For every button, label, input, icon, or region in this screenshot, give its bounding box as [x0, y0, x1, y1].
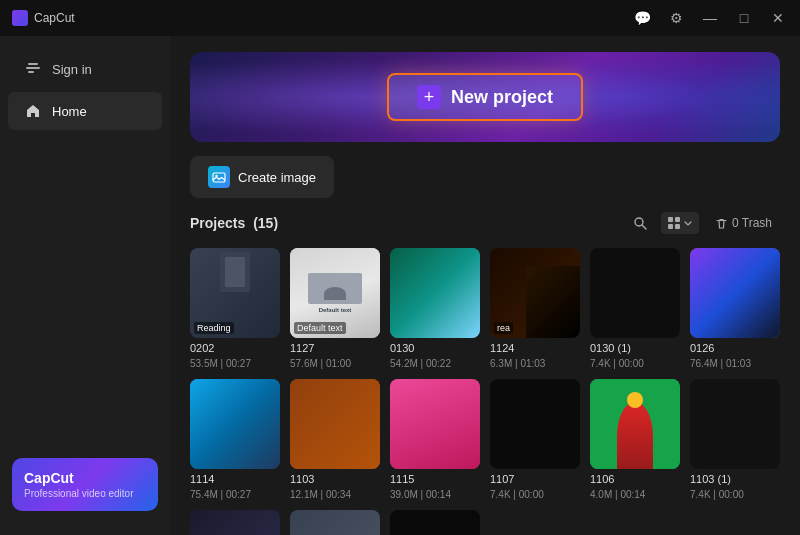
- project-meta: 6.3M | 01:03: [490, 358, 580, 369]
- app-logo-icon: [12, 10, 28, 26]
- projects-title-area: Projects (15): [190, 214, 278, 232]
- create-image-icon: [208, 166, 230, 188]
- project-name: 1106: [590, 473, 680, 485]
- project-meta: 4.0M | 00:14: [590, 489, 680, 500]
- project-thumbnail: [190, 379, 280, 469]
- svg-rect-2: [28, 71, 34, 73]
- titlebar-left: CapCut: [12, 10, 75, 26]
- project-thumbnail: [690, 248, 780, 338]
- project-thumbnail: [390, 379, 480, 469]
- sidebar: Sign in Home CapCut Professional video e…: [0, 36, 170, 535]
- project-item[interactable]: 1115 39.0M | 00:14: [390, 379, 480, 500]
- trash-button[interactable]: 0 Trash: [707, 212, 780, 234]
- project-item[interactable]: 1103 (1) 7.4K | 00:00: [690, 379, 780, 500]
- project-thumbnail: [690, 379, 780, 469]
- project-item[interactable]: 0130 54.2M | 00:22: [390, 248, 480, 369]
- project-item[interactable]: 1114 75.4M | 00:27: [190, 379, 280, 500]
- project-meta: 7.4K | 00:00: [690, 489, 780, 500]
- project-thumbnail: Default text Default text: [290, 248, 380, 338]
- svg-rect-10: [675, 224, 680, 229]
- project-label: Reading: [194, 322, 234, 334]
- project-thumbnail: [290, 510, 380, 535]
- projects-actions: 0 Trash: [627, 212, 780, 234]
- view-toggle-button[interactable]: [661, 212, 699, 234]
- create-image-button[interactable]: Create image: [190, 156, 334, 198]
- project-meta: 75.4M | 00:27: [190, 489, 280, 500]
- project-thumb-inner: [290, 379, 380, 469]
- project-item[interactable]: 1107 7.4K | 00:00: [490, 379, 580, 500]
- chat-icon[interactable]: 💬: [632, 8, 652, 28]
- minimize-button[interactable]: —: [700, 8, 720, 28]
- project-meta: 39.0M | 00:14: [390, 489, 480, 500]
- main-layout: Sign in Home CapCut Professional video e…: [0, 36, 800, 535]
- project-name: 1124: [490, 342, 580, 354]
- project-meta: 7.4K | 00:00: [490, 489, 580, 500]
- project-name: 1107: [490, 473, 580, 485]
- svg-rect-9: [668, 224, 673, 229]
- project-item[interactable]: Default text Default text 1127 57.6M | 0…: [290, 248, 380, 369]
- project-thumb-inner: [190, 510, 280, 535]
- signin-icon: [24, 60, 42, 78]
- project-thumb-inner: [590, 248, 680, 338]
- project-name: 0202: [190, 342, 280, 354]
- project-item[interactable]: [390, 510, 480, 535]
- project-item[interactable]: 1103 12.1M | 00:34: [290, 379, 380, 500]
- project-thumbnail: rea: [490, 248, 580, 338]
- project-thumbnail: [190, 510, 280, 535]
- sidebar-bottom: CapCut Professional video editor: [0, 446, 170, 523]
- project-item[interactable]: 1106 4.0M | 00:14: [590, 379, 680, 500]
- search-button[interactable]: [627, 212, 653, 234]
- project-thumb-inner: [590, 379, 680, 469]
- project-name: 1114: [190, 473, 280, 485]
- project-meta: 7.4K | 00:00: [590, 358, 680, 369]
- project-item[interactable]: rea 1124 6.3M | 01:03: [490, 248, 580, 369]
- project-item[interactable]: [190, 510, 280, 535]
- signin-label: Sign in: [52, 62, 92, 77]
- project-name: 1127: [290, 342, 380, 354]
- svg-line-6: [642, 225, 646, 229]
- settings-icon[interactable]: ⚙: [666, 8, 686, 28]
- project-thumbnail: [390, 248, 480, 338]
- project-meta: 54.2M | 00:22: [390, 358, 480, 369]
- projects-header: Projects (15): [190, 212, 780, 234]
- project-item[interactable]: 0126 76.4M | 01:03: [690, 248, 780, 369]
- project-item[interactable]: Reading 0202 53.5M | 00:27: [190, 248, 280, 369]
- project-item[interactable]: 0130 (1) 7.4K | 00:00: [590, 248, 680, 369]
- project-name: 1103 (1): [690, 473, 780, 485]
- project-name: 1115: [390, 473, 480, 485]
- project-name: 1103: [290, 473, 380, 485]
- home-icon: [24, 102, 42, 120]
- project-meta: 53.5M | 00:27: [190, 358, 280, 369]
- projects-grid: Reading 0202 53.5M | 00:27 Default text …: [190, 248, 780, 535]
- project-thumb-inner: [490, 379, 580, 469]
- app-title: CapCut: [34, 11, 75, 25]
- capcut-promo-card[interactable]: CapCut Professional video editor: [12, 458, 158, 511]
- trash-label: 0 Trash: [732, 216, 772, 230]
- new-project-button[interactable]: + New project: [387, 73, 583, 121]
- svg-rect-7: [668, 217, 673, 222]
- project-thumb-inner: [290, 510, 380, 535]
- home-label: Home: [52, 104, 87, 119]
- sidebar-item-signin[interactable]: Sign in: [8, 50, 162, 88]
- close-button[interactable]: ✕: [768, 8, 788, 28]
- project-thumb-inner: [190, 379, 280, 469]
- svg-rect-1: [26, 67, 40, 69]
- sidebar-item-home[interactable]: Home: [8, 92, 162, 130]
- create-image-label: Create image: [238, 170, 316, 185]
- project-meta: 12.1M | 00:34: [290, 489, 380, 500]
- new-project-label: New project: [451, 87, 553, 108]
- capcut-card-subtitle: Professional video editor: [24, 488, 146, 499]
- svg-rect-8: [675, 217, 680, 222]
- maximize-button[interactable]: □: [734, 8, 754, 28]
- project-item[interactable]: [290, 510, 380, 535]
- svg-rect-3: [213, 173, 225, 182]
- project-name: 0126: [690, 342, 780, 354]
- project-thumbnail: [290, 379, 380, 469]
- project-meta: 76.4M | 01:03: [690, 358, 780, 369]
- project-name: 0130 (1): [590, 342, 680, 354]
- project-thumb-inner: [690, 379, 780, 469]
- main-content: + New project Create image: [170, 36, 800, 535]
- project-thumbnail: Reading: [190, 248, 280, 338]
- plus-icon: +: [417, 85, 441, 109]
- project-label: Default text: [294, 322, 346, 334]
